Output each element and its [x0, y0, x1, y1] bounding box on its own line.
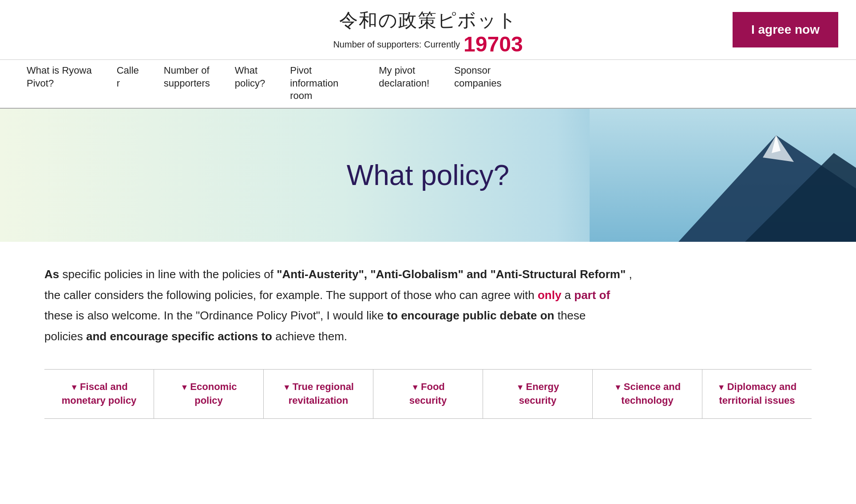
supporters-count: 19703 [464, 34, 523, 55]
nav-item-supporters[interactable]: Number ofsupporters [151, 64, 222, 90]
agree-button[interactable]: I agree now [733, 12, 838, 47]
triangle-icon-regional: ▼ [283, 383, 291, 392]
nav-item-pivot-info[interactable]: Pivot informationroom [277, 64, 366, 102]
triangle-icon-food: ▼ [411, 383, 419, 392]
categories-bar: ▼Fiscal andmonetary policy ▼Economicpoli… [44, 369, 812, 419]
triangle-icon-fiscal: ▼ [70, 383, 78, 392]
nav-item-caller[interactable]: Caller [104, 64, 151, 90]
category-regional[interactable]: ▼True regionalrevitalization [264, 370, 373, 418]
logo-area: 令和の政策ピボット Number of supporters: Currentl… [333, 8, 523, 55]
category-science[interactable]: ▼Science andtechnology [593, 370, 702, 418]
intro-text-4: these is also welcome. In the "Ordinance… [44, 309, 387, 322]
intro-bold-3: and encourage specific actions to [86, 330, 272, 343]
policy-intro: As specific policies in line with the po… [44, 264, 812, 347]
logo-jp: 令和の政策ピボット [339, 8, 517, 33]
intro-part: part of [574, 288, 610, 302]
mountain-illustration [590, 109, 856, 242]
intro-as: As [44, 268, 59, 281]
triangle-icon-energy: ▼ [516, 383, 524, 392]
nav-item-what-is[interactable]: What is RyowaPivot? [27, 64, 104, 90]
hero-banner: What policy? [0, 109, 856, 242]
nav-item-sponsor[interactable]: Sponsorcompanies [442, 64, 514, 90]
main-content: As specific policies in line with the po… [0, 242, 856, 437]
intro-only: only [538, 288, 561, 302]
nav-item-policy[interactable]: Whatpolicy? [222, 64, 277, 90]
triangle-icon-science: ▼ [614, 383, 622, 392]
intro-text-3: a [565, 288, 575, 302]
category-food[interactable]: ▼Foodsecurity [373, 370, 483, 418]
main-nav: What is RyowaPivot? Caller Number ofsupp… [0, 60, 856, 109]
triangle-icon-diplomacy: ▼ [717, 383, 725, 392]
category-diplomacy[interactable]: ▼Diplomacy andterritorial issues [702, 370, 812, 418]
header: 令和の政策ピボット Number of supporters: Currentl… [0, 0, 856, 60]
intro-text-6: achieve them. [275, 330, 347, 343]
hero-title: What policy? [347, 159, 509, 192]
intro-text-1: specific policies in line with the polic… [62, 268, 277, 281]
triangle-icon-economic: ▼ [181, 383, 189, 392]
intro-bold-2: to encourage public debate on [387, 309, 554, 322]
supporters-label: Number of supporters: Currently [333, 39, 460, 50]
category-fiscal[interactable]: ▼Fiscal andmonetary policy [44, 370, 154, 418]
nav-item-declaration[interactable]: My pivotdeclaration! [366, 64, 442, 90]
intro-bold-1: "Anti-Austerity", "Anti-Globalism" and "… [277, 268, 626, 281]
supporters-line: Number of supporters: Currently 19703 [333, 34, 523, 55]
category-economic[interactable]: ▼Economicpolicy [154, 370, 264, 418]
category-energy[interactable]: ▼Energysecurity [483, 370, 593, 418]
